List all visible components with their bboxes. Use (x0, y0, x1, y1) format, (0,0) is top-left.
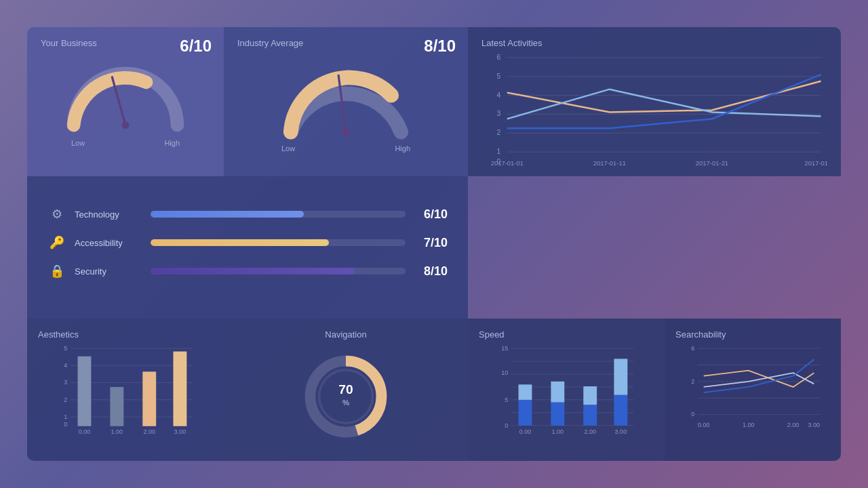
accessibility-score: 7/10 (414, 236, 448, 250)
gauge-high-label: High (164, 139, 180, 147)
security-icon: 🔒 (47, 262, 66, 281)
bar-2 (142, 371, 156, 426)
svg-point-3 (342, 127, 351, 136)
speed-panel: Speed 15 10 5 0 (468, 319, 665, 461)
svg-text:0: 0 (64, 421, 67, 428)
activities-chart-area: 6 5 4 3 2 1 0 2017-01-01 (481, 51, 827, 165)
svg-text:3.00: 3.00 (615, 428, 627, 435)
metric-row-technology: ⚙ Technology 6/10 (47, 205, 448, 224)
accessibility-bar (151, 239, 329, 246)
svg-text:0.00: 0.00 (519, 428, 532, 435)
industry-score: 8/10 (424, 37, 456, 56)
accessibility-label: Accessibility (75, 238, 142, 248)
industry-panel: Industry Average 8/10 Low High (224, 27, 468, 176)
svg-text:6: 6 (691, 345, 694, 352)
activities-spacer (468, 176, 841, 319)
technology-score: 6/10 (414, 207, 448, 222)
speed-bar-0-top (519, 384, 532, 400)
searchability-title: Searchability (675, 329, 830, 340)
svg-text:4: 4 (64, 362, 67, 369)
activities-chart-svg: 6 5 4 3 2 1 0 2017-01-01 (481, 51, 827, 165)
your-business-gauge-labels: Low High (71, 139, 180, 147)
svg-text:2: 2 (64, 396, 67, 403)
bar-3 (173, 352, 186, 426)
svg-text:4: 4 (497, 90, 501, 98)
technology-bar (151, 211, 304, 218)
security-bar-wrap (151, 268, 406, 274)
searchability-chart: 6 2 0 0.00 1.00 2.00 3.00 (675, 342, 830, 437)
speed-bar-3-top (614, 359, 627, 394)
svg-text:1.00: 1.00 (111, 428, 123, 435)
industry-title: Industry Average (237, 38, 454, 48)
speed-bar-1-bottom (551, 403, 564, 426)
industry-gauge: Low High (237, 55, 454, 152)
svg-text:2: 2 (691, 378, 694, 385)
svg-text:5: 5 (497, 72, 501, 80)
searchability-panel: Searchability 6 2 0 (665, 319, 841, 461)
industry-gauge-low: Low (281, 144, 295, 152)
svg-point-38 (319, 369, 373, 423)
bottom-row: Aesthetics 5 4 3 2 1 0 (27, 319, 841, 461)
svg-text:0: 0 (505, 422, 508, 429)
navigation-donut-svg: 70 % (298, 349, 393, 444)
your-business-gauge: Low High (41, 55, 210, 147)
svg-text:3.00: 3.00 (808, 422, 821, 428)
metric-row-security: 🔒 Security 8/10 (47, 262, 448, 281)
svg-text:1: 1 (497, 147, 501, 155)
aesthetics-title: Aesthetics (38, 329, 213, 340)
speed-bar-0-bottom (519, 400, 532, 426)
security-label: Security (75, 266, 142, 277)
aesthetics-panel: Aesthetics 5 4 3 2 1 0 (27, 319, 224, 461)
svg-text:3: 3 (64, 379, 67, 386)
svg-text:5: 5 (64, 345, 67, 352)
aesthetics-chart: 5 4 3 2 1 0 0.00 1.00 2.00 3. (38, 342, 213, 437)
speed-bar-1-top (551, 382, 564, 403)
svg-text:10: 10 (501, 369, 508, 376)
bar-0 (78, 357, 92, 426)
svg-text:2: 2 (497, 128, 501, 136)
svg-point-1 (122, 121, 130, 129)
svg-text:2017-01-21: 2017-01-21 (696, 159, 728, 165)
navigation-donut-container: 70 % (298, 342, 393, 450)
industry-gauge-high: High (395, 144, 410, 152)
gauge-low-label: Low (71, 139, 85, 147)
technology-label: Technology (75, 209, 142, 220)
metric-row-accessibility: 🔑 Accessibility 7/10 (47, 233, 448, 252)
svg-text:1.00: 1.00 (743, 422, 755, 428)
svg-text:2017-01-11: 2017-01-11 (593, 159, 626, 165)
technology-icon: ⚙ (47, 205, 66, 224)
svg-text:1.00: 1.00 (552, 428, 564, 435)
metrics-panel: ⚙ Technology 6/10 🔑 Accessibility 7/10 🔒… (27, 176, 468, 319)
svg-text:0.00: 0.00 (698, 422, 710, 428)
navigation-panel: Navigation 70 % (224, 319, 468, 461)
activities-title: Latest Activities (481, 38, 827, 48)
security-bar (151, 268, 355, 274)
svg-text:2.00: 2.00 (143, 428, 155, 435)
svg-text:2017-01-01: 2017-01-01 (491, 159, 524, 165)
svg-text:2017-01-31: 2017-01-31 (804, 159, 827, 165)
svg-text:3.00: 3.00 (174, 428, 186, 435)
navigation-title: Navigation (325, 329, 366, 340)
accessibility-bar-wrap (151, 239, 406, 246)
bar-1 (110, 387, 123, 426)
speed-chart: 15 10 5 0 0.00 1.00 (479, 342, 654, 437)
svg-text:1: 1 (64, 413, 67, 420)
speed-bar-2-top (583, 386, 597, 405)
svg-text:2.00: 2.00 (584, 428, 596, 435)
svg-text:70: 70 (338, 382, 353, 396)
security-score: 8/10 (414, 264, 448, 279)
svg-text:0: 0 (691, 411, 694, 418)
speed-bar-2-bottom (583, 405, 597, 426)
svg-text:15: 15 (501, 345, 508, 352)
your-business-score: 6/10 (180, 37, 212, 56)
middle-row: ⚙ Technology 6/10 🔑 Accessibility 7/10 🔒… (27, 176, 841, 319)
speed-bar-3-bottom (614, 395, 627, 426)
activities-panel: Latest Activities 6 5 4 3 2 1 (468, 27, 841, 176)
your-business-panel: Your Business 6/10 Low High (27, 27, 224, 176)
svg-text:2.00: 2.00 (787, 422, 800, 428)
industry-gauge-svg (271, 55, 420, 143)
industry-gauge-labels: Low High (281, 144, 410, 152)
top-row: Your Business 6/10 Low High (27, 27, 841, 176)
your-business-gauge-svg (58, 55, 193, 136)
svg-text:3: 3 (497, 109, 501, 117)
